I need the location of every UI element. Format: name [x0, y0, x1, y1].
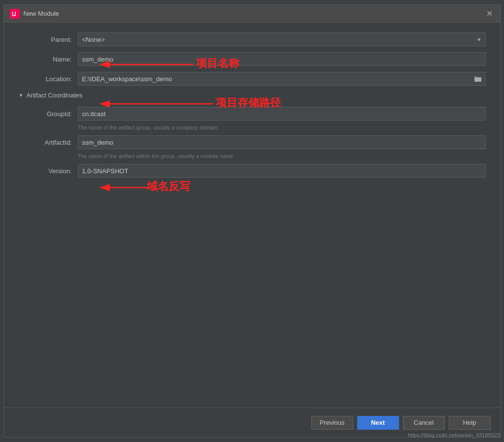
- previous-button[interactable]: Previous: [311, 416, 353, 430]
- dialog-content: Parent: <None> ▼ Name: Location:: [4, 23, 501, 408]
- next-button[interactable]: Next: [357, 416, 399, 430]
- annotation-domain-reverse: 域名反写: [147, 179, 190, 194]
- browse-button[interactable]: [471, 72, 486, 86]
- parent-label: Parent:: [19, 36, 78, 43]
- groupid-row: GroupId:: [19, 107, 486, 121]
- parent-row: Parent: <None> ▼: [19, 32, 486, 46]
- svg-text:U: U: [12, 11, 16, 18]
- location-input[interactable]: [78, 72, 471, 86]
- artifactid-label: ArtifactId:: [19, 139, 78, 146]
- svg-rect-4: [474, 76, 477, 78]
- title-bar: U New Module ✕: [4, 5, 501, 23]
- parent-select[interactable]: <None>: [78, 32, 486, 46]
- version-input[interactable]: [78, 164, 486, 178]
- parent-select-wrapper: <None> ▼: [78, 32, 486, 46]
- name-row: Name:: [19, 52, 486, 66]
- new-module-dialog: U New Module ✕ Parent: <None> ▼ Name: Lo…: [3, 4, 501, 438]
- version-row: Version:: [19, 164, 486, 178]
- name-label: Name:: [19, 56, 78, 63]
- artifactid-row: ArtifactId:: [19, 135, 486, 149]
- cancel-button[interactable]: Cancel: [403, 416, 445, 430]
- artifact-section-title: Artifact Coordinates: [26, 92, 82, 99]
- artifactid-input[interactable]: [78, 135, 486, 149]
- location-label: Location:: [19, 75, 78, 83]
- help-button[interactable]: Help: [449, 416, 491, 430]
- watermark: https://blog.csdn.net/weixin_43185523: [408, 432, 500, 438]
- groupid-input[interactable]: [78, 107, 486, 121]
- dialog-title: New Module: [24, 10, 485, 17]
- name-input[interactable]: [78, 52, 486, 66]
- groupid-hint: The name of the artifact group, usually …: [78, 125, 486, 130]
- artifact-section-header[interactable]: ▼ Artifact Coordinates: [19, 92, 486, 99]
- close-button[interactable]: ✕: [485, 9, 495, 19]
- location-row: Location:: [19, 72, 486, 86]
- section-toggle-icon: ▼: [19, 93, 24, 98]
- groupid-label: GroupId:: [19, 110, 78, 118]
- folder-icon: [474, 76, 481, 82]
- location-input-group: [78, 72, 486, 86]
- artifactid-hint: The name of the artifact within the grou…: [78, 153, 486, 159]
- version-label: Version:: [19, 167, 78, 175]
- app-icon: U: [10, 9, 20, 19]
